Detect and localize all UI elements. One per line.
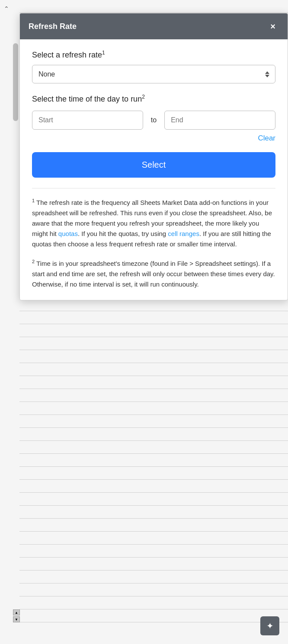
time-of-day-label: Select the time of the day to run2 [32,94,275,104]
scrollbar-left[interactable] [13,43,18,121]
time-of-day-section: Select the time of the day to run2 to Cl… [32,94,275,143]
refresh-rate-label: Select a refresh rate1 [32,50,275,60]
start-time-input[interactable] [32,111,143,130]
refresh-rate-select-wrapper: None Every minute Every 5 minutes Every … [32,65,275,83]
clear-row: Clear [32,133,275,143]
footnote-1: 1 The refresh rate is the frequency all … [32,197,275,249]
modal-body: Select a refresh rate1 None Every minute… [20,39,288,300]
refresh-rate-section: Select a refresh rate1 None Every minute… [32,50,275,83]
chevron-up-icon[interactable]: ⌃ [2,4,11,13]
time-range-row: to [32,111,275,130]
close-button[interactable]: × [267,20,279,32]
modal-dialog: Refresh Rate × Select a refresh rate1 No… [19,13,288,300]
modal-header: Refresh Rate × [20,13,288,39]
divider [32,188,275,188]
bottom-scroll-controls: ▲ ▼ [13,609,20,622]
footnote-2: 2 Time is in your spreadsheet's timezone… [32,258,275,290]
scroll-up-button[interactable]: ▲ [13,609,20,615]
quotas-link[interactable]: quotas [58,230,78,237]
ai-assistant-button[interactable]: ✦ [260,616,279,635]
select-button[interactable]: Select [32,152,275,178]
time-separator: to [143,116,164,124]
cell-ranges-link[interactable]: cell ranges [168,230,199,237]
end-time-input[interactable] [164,111,275,130]
refresh-rate-select[interactable]: None Every minute Every 5 minutes Every … [32,65,275,83]
modal-title: Refresh Rate [29,22,77,31]
clear-button[interactable]: Clear [258,133,275,143]
scroll-down-button[interactable]: ▼ [13,616,20,622]
ai-star-icon: ✦ [266,621,274,631]
